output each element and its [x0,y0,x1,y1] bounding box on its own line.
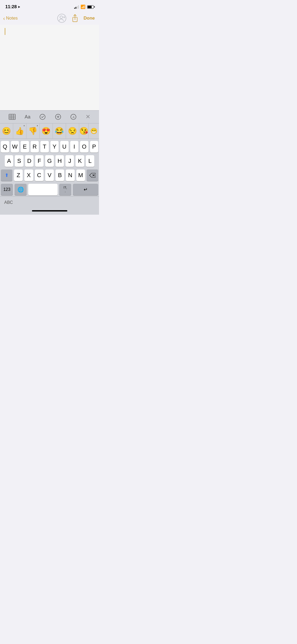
key-u[interactable]: U [60,141,69,153]
nav-actions: Done [57,14,95,23]
key-m[interactable]: M [76,169,85,181]
text-cursor [5,28,5,35]
done-button[interactable]: Done [84,16,95,21]
key-s[interactable]: S [15,155,23,167]
battery-icon [87,5,94,9]
home-bar [32,210,67,211]
shift-key[interactable]: ⬆ [1,169,12,181]
numbers-key[interactable]: 123 [1,184,13,195]
key-t[interactable]: T [40,141,49,153]
punctuation-key[interactable]: !?,. [59,184,71,195]
keyboard-toolbar: Aa A ✕ [0,110,99,123]
key-p[interactable]: P [90,141,98,153]
key-l[interactable]: L [86,155,94,167]
key-b[interactable]: B [55,169,64,181]
key-x[interactable]: X [24,169,33,181]
key-row-1: Q W E R T Y U I O P [0,141,99,153]
key-a[interactable]: A [5,155,13,167]
svg-point-1 [60,16,63,19]
key-row-3: ⬆ Z X C V B N M [0,169,99,181]
format-toolbar-button[interactable]: Aa [25,114,30,120]
predictive-label: ABC [4,200,13,205]
add-toolbar-button[interactable] [55,114,61,120]
key-i[interactable]: I [70,141,79,153]
note-content-area[interactable] [0,25,99,110]
key-o[interactable]: O [80,141,88,153]
key-j[interactable]: J [65,155,74,167]
key-g[interactable]: G [45,155,54,167]
key-d[interactable]: D [25,155,34,167]
keyboard: Q W E R T Y U I O P A S D F G H J K L ⬆ … [0,139,99,196]
key-y[interactable]: Y [50,141,59,153]
emoji-keyboard-button[interactable]: 😁 [89,123,99,139]
key-e[interactable]: E [21,141,29,153]
key-z[interactable]: Z [14,169,23,181]
emoji-smiling[interactable]: 😊 [0,123,13,139]
emoji-unamused[interactable]: 😒 [66,123,79,139]
key-q[interactable]: Q [1,141,9,153]
svg-rect-5 [9,114,15,119]
status-icons: 📶 [74,4,94,9]
emoji-laughing-crying[interactable]: 😂 [53,123,66,139]
emoji-kissing[interactable]: 😘 [79,123,89,139]
key-f[interactable]: F [35,155,44,167]
wifi-icon: 📶 [81,4,86,9]
close-toolbar-button[interactable]: ✕ [86,113,90,120]
delete-key[interactable] [87,169,98,181]
svg-text:A: A [72,115,74,119]
status-bar: 11:28 ➤ 📶 [0,0,99,12]
key-k[interactable]: K [76,155,84,167]
home-indicator [0,208,99,215]
key-h[interactable]: H [55,155,64,167]
chevron-left-icon: ‹ [3,15,5,21]
predictive-bar: ABC [0,196,99,208]
markup-toolbar-button[interactable]: A [70,114,77,120]
table-toolbar-button[interactable] [9,114,16,120]
space-key[interactable] [28,184,58,195]
key-r[interactable]: R [31,141,39,153]
emoji-thumbsdown[interactable]: 👎 [26,123,40,139]
format-label: Aa [25,114,30,120]
key-n[interactable]: N [66,169,74,181]
return-key[interactable]: ↵ [73,184,98,195]
signal-icon [74,5,79,9]
key-w[interactable]: W [11,141,19,153]
emoji-thumbsup[interactable]: 👍 [13,123,26,139]
key-row-2: A S D F G H J K L [0,155,99,167]
key-row-bottom: 123 🌐 !?,. ↵ [0,184,99,195]
status-time: 11:28 ➤ [5,4,20,10]
checklist-toolbar-button[interactable] [39,114,46,120]
add-person-icon[interactable] [57,14,66,23]
back-label: Notes [6,16,18,21]
emoji-heart-eyes[interactable]: 😍 [40,123,53,139]
svg-point-10 [40,114,45,119]
globe-key[interactable]: 🌐 [15,184,27,195]
share-icon[interactable] [72,14,78,22]
time-label: 11:28 [5,4,17,10]
nav-bar: ‹ Notes Done [0,12,99,25]
location-arrow-icon: ➤ [18,5,20,9]
close-icon: ✕ [86,113,90,120]
key-v[interactable]: V [45,169,54,181]
emoji-row: 😊 👍 👎 😍 😂 😒 😘 😁 [0,123,99,139]
key-c[interactable]: C [35,169,44,181]
back-button[interactable]: ‹ Notes [3,15,18,21]
